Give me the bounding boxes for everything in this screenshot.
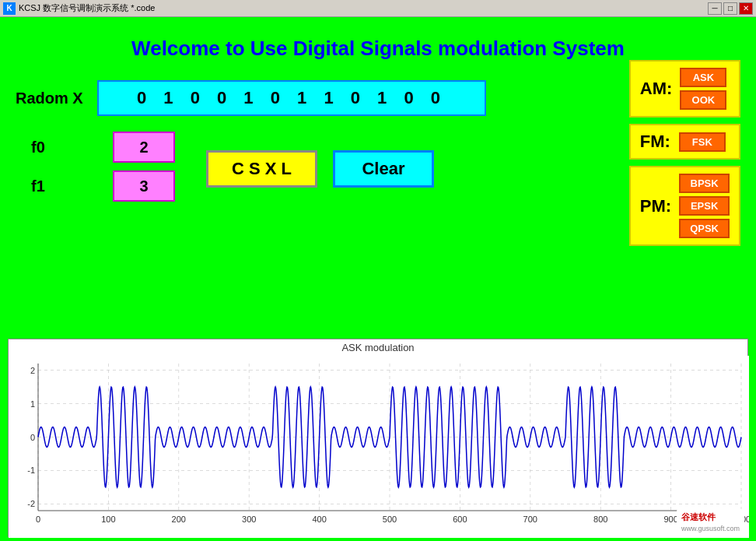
fm-group: FM: FSK	[629, 124, 740, 160]
chart-canvas	[9, 356, 749, 538]
qpsk-button[interactable]: QPSK	[679, 219, 730, 238]
ask-button[interactable]: ASK	[680, 68, 726, 87]
random-x-display: 0 1 0 0 1 0 1 1 0 1 0 0	[97, 80, 486, 116]
app-icon: K	[3, 2, 16, 15]
random-x-label: Radom X	[16, 90, 86, 107]
f0-input[interactable]	[113, 132, 175, 163]
bpsk-button[interactable]: BPSK	[679, 174, 730, 193]
window-controls: ─ □ ✕	[708, 2, 753, 15]
epsk-button[interactable]: EPSK	[679, 196, 730, 216]
main-content: Welcome to Use Digital Signals modulatio…	[0, 17, 756, 541]
frequency-inputs: f0 f1	[31, 132, 175, 202]
modulation-panel: AM: ASK OOK FM: FSK PM: BPSK EPSK QPSK	[629, 60, 740, 246]
clear-button[interactable]: Clear	[333, 150, 434, 188]
pm-label: PM:	[640, 196, 671, 216]
am-group: AM: ASK OOK	[629, 60, 740, 118]
csxl-button[interactable]: C S X L	[206, 150, 317, 188]
pm-group: PM: BPSK EPSK QPSK	[629, 166, 740, 246]
f1-input[interactable]	[113, 170, 175, 202]
fsk-button[interactable]: FSK	[679, 132, 726, 152]
action-buttons: C S X L Clear	[206, 150, 434, 188]
window-title: KCSJ 数字信号调制演示系统 *.code	[19, 2, 708, 14]
chart-container: ASK modulation	[8, 339, 748, 537]
welcome-title: Welcome to Use Digital Signals modulatio…	[16, 37, 740, 61]
watermark: 谷速软件 www.gususoft.com	[677, 509, 744, 535]
maximize-button[interactable]: □	[723, 2, 737, 15]
f1-row: f1	[31, 170, 175, 202]
f0-row: f0	[31, 132, 175, 163]
ook-button[interactable]: OOK	[680, 90, 726, 110]
fm-label: FM:	[640, 132, 671, 152]
minimize-button[interactable]: ─	[708, 2, 722, 15]
pm-buttons: BPSK EPSK QPSK	[679, 174, 730, 238]
am-label: AM:	[640, 79, 673, 99]
close-button[interactable]: ✕	[739, 2, 753, 15]
titlebar: K KCSJ 数字信号调制演示系统 *.code ─ □ ✕	[0, 0, 756, 17]
chart-title: ASK modulation	[9, 339, 747, 356]
am-buttons: ASK OOK	[680, 68, 726, 110]
fm-buttons: FSK	[679, 132, 726, 152]
f1-label: f1	[31, 177, 101, 195]
f0-label: f0	[31, 139, 101, 156]
